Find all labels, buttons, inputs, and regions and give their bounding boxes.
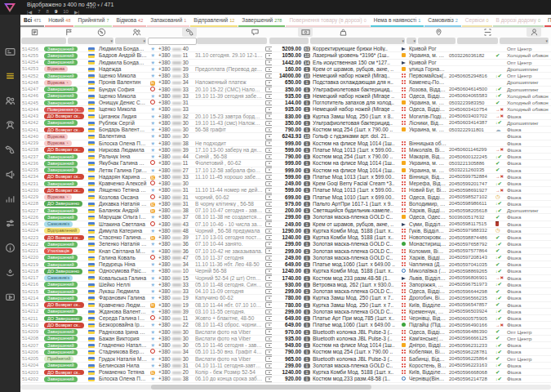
client-phone[interactable]: +38048 — [157, 228, 193, 234]
page-number-10[interactable]: 10 — [63, 9, 69, 14]
client-phone[interactable]: +38022 — [157, 322, 193, 327]
filter-input-0[interactable] — [21, 38, 66, 44]
order-id[interactable]: 514217 — [20, 275, 42, 280]
order-id[interactable]: 514235 — [20, 167, 42, 172]
tab-6[interactable]: Завершений278 — [238, 15, 285, 27]
table-row[interactable]: 514241ДО Возврат ск..Бондарь Валентина..… — [20, 127, 551, 133]
filter-input-1[interactable]: ▾ — [68, 38, 113, 44]
table-row[interactable]: 514245ЗавершенийОнищук Денис Сергі..+380… — [20, 100, 551, 106]
tracking-number[interactable]: 20450599752884 — [447, 174, 494, 179]
client-phone[interactable]: +38031 — [157, 100, 193, 105]
tracking-number[interactable]: 20450596806901 — [447, 275, 494, 280]
filter-input-5[interactable] — [269, 38, 309, 44]
order-id[interactable]: 514239 — [20, 140, 42, 145]
order-id[interactable]: 514211 — [20, 316, 42, 321]
tab-5[interactable]: Відправлений12 — [190, 15, 238, 27]
client-phone[interactable]: +38019 — [157, 302, 193, 308]
order-id[interactable]: 514246 — [20, 93, 42, 98]
page-number-8[interactable]: 8 — [47, 9, 49, 14]
table-row[interactable]: 514211ДО ЗавершеноСереда Галина Івані..+… — [20, 315, 551, 322]
client-phone[interactable]: +38011 — [157, 52, 193, 58]
client-phone[interactable]: +38010 — [157, 268, 193, 274]
table-row[interactable]: 514202ЗавершенийБілоска Олена Петр..✳+38… — [20, 376, 551, 382]
table-row[interactable]: 514238ДО Возврат ск..Ниркова Людмила✳+38… — [20, 147, 551, 154]
client-phone[interactable]: +38031 — [157, 187, 193, 193]
sidebar-item-broadcast[interactable] — [0, 165, 20, 183]
tracking-number[interactable]: 20450596503924 — [447, 309, 494, 314]
client-phone[interactable]: +38039 — [157, 147, 193, 153]
range-end-dropdown[interactable]: 450 — [87, 2, 96, 8]
order-id[interactable]: 514209 — [20, 329, 42, 334]
order-id[interactable]: 514245 — [20, 100, 42, 105]
table-row[interactable]: 514213ДО Возврат ск..Кравченко Людмилаli… — [20, 302, 551, 309]
app-logo-icon[interactable] — [3, 2, 16, 16]
table-row[interactable]: 514227ЗавершенийБаланюк Андрійlic+380380… — [20, 207, 551, 214]
order-id[interactable]: 514229 — [20, 194, 42, 199]
filter-input-6[interactable]: ▾ — [310, 38, 405, 44]
sidebar-item-clients[interactable] — [0, 91, 20, 109]
table-row[interactable]: 514218ДО ЗавершеноОдносумова Раіса І..✳+… — [20, 268, 551, 274]
page-number-9[interactable]: 9 — [55, 9, 57, 14]
table-row[interactable]: 514215ЗавершенийЛукаш Людмила✳+3803304.1… — [20, 288, 551, 295]
table-row[interactable]: 514239Відмова ◔Білоска Олена Петр..✳+380… — [20, 140, 551, 147]
client-phone[interactable]: +38032 — [157, 114, 193, 119]
order-id[interactable]: 514203 — [20, 370, 42, 375]
order-id[interactable]: 514241 — [20, 127, 42, 132]
tracking-number[interactable]: 20450598869265 — [447, 269, 494, 274]
filter-input-4[interactable] — [197, 38, 267, 44]
table-row[interactable]: 514244Повернення (з..Іщенко Микола✳+3803… — [20, 106, 551, 113]
tracking-number[interactable]: 0503221260335 — [447, 167, 494, 172]
order-id[interactable]: 514253 — [20, 66, 42, 71]
sidebar-item-info[interactable] — [0, 238, 20, 256]
table-row[interactable]: 514230ДО Возврат ск..Лященко Тетяна Іва.… — [20, 187, 551, 194]
order-id[interactable]: 514214 — [20, 296, 42, 301]
table-row[interactable]: 514206ЗавершенийСтадникова Вера В..+3803… — [20, 349, 551, 355]
table-row[interactable]: 514234ДО Возврат ск..Надарян Карина Гв..… — [20, 174, 551, 180]
client-phone[interactable]: +38033 — [157, 73, 193, 78]
filter-input-3[interactable] — [148, 38, 197, 45]
tracking-number[interactable]: 20450596228781 — [447, 350, 494, 354]
table-row[interactable]: 514207ЗавершенийГладненко Наталья ..✳+38… — [20, 342, 551, 349]
table-row[interactable]: 514240ВідмоваВалентина✳+380306243.9310Го… — [20, 133, 551, 140]
client-phone[interactable]: +38044 — [157, 154, 193, 159]
table-row[interactable]: 514235ЗавершенийЛетяк Галина Григо..✳+38… — [20, 167, 551, 174]
tab-8[interactable]: Нема в наявності1 — [371, 15, 424, 27]
tracking-number[interactable]: 20450597658792 — [447, 242, 494, 247]
order-id[interactable]: 514254 — [20, 60, 42, 65]
city-column-icon[interactable] — [431, 27, 446, 37]
tracking-number[interactable]: 20450599201747 — [447, 181, 494, 186]
tracking-number[interactable]: 20450597041035 — [447, 262, 494, 267]
order-id[interactable]: 514213 — [20, 302, 42, 307]
tracking-number[interactable]: 20450596231233 — [447, 343, 494, 348]
tracking-number[interactable]: 20450598205618 — [447, 208, 494, 213]
tracking-number[interactable]: 20450597577864 — [447, 248, 494, 253]
order-id[interactable]: 514225 — [20, 221, 42, 226]
phone-column-icon[interactable] — [182, 27, 197, 37]
order-id[interactable]: 514240 — [20, 134, 42, 139]
table-row[interactable]: 514222ЗавершенийЗеленко Наталія Па..✳+38… — [20, 241, 551, 247]
order-id[interactable]: 514206 — [20, 350, 42, 354]
tracking-number[interactable]: 20450597208143 — [447, 255, 494, 260]
table-row[interactable]: 514214ЗавершенийФаранович Галина✳+38019К… — [20, 295, 551, 301]
table-row[interactable]: 514246ЗавершенийІщенко Микола✳+3803319.1… — [20, 93, 551, 100]
tracking-number[interactable]: 20450596214728 — [447, 376, 494, 381]
client-phone[interactable]: +38039 — [157, 309, 193, 314]
client-phone[interactable]: +38033 — [157, 93, 193, 99]
filter-input-10[interactable]: ▾ — [500, 38, 549, 44]
table-row[interactable]: 514231ЗавершенийКравченко Алексей+380302… — [20, 180, 551, 187]
sidebar-item-cards[interactable] — [0, 42, 20, 60]
client-phone[interactable]: +38031 — [157, 194, 193, 200]
tracking-number[interactable]: 20450596566235 — [447, 296, 494, 301]
client-phone[interactable]: +38043 — [157, 221, 193, 227]
client-phone[interactable]: +38040 — [157, 46, 193, 51]
tab-0[interactable]: Всі471 — [20, 15, 44, 27]
table-row[interactable]: 514225СамовивізШтакина Светлана+3804307.… — [20, 221, 551, 228]
order-id[interactable]: 514237 — [20, 154, 42, 159]
client-phone[interactable]: +38047 — [157, 255, 193, 261]
order-id[interactable]: 514207 — [20, 343, 42, 348]
table-row[interactable]: 514208ЗавершенийБажан Виктория✳+38030Вис… — [20, 336, 551, 342]
order-id[interactable]: 514248 — [20, 80, 42, 85]
horizontal-scrollbar-thumb[interactable] — [151, 385, 371, 390]
tracking-number[interactable]: 20450603414387 — [447, 120, 494, 125]
client-phone[interactable]: +38030 — [157, 127, 193, 132]
